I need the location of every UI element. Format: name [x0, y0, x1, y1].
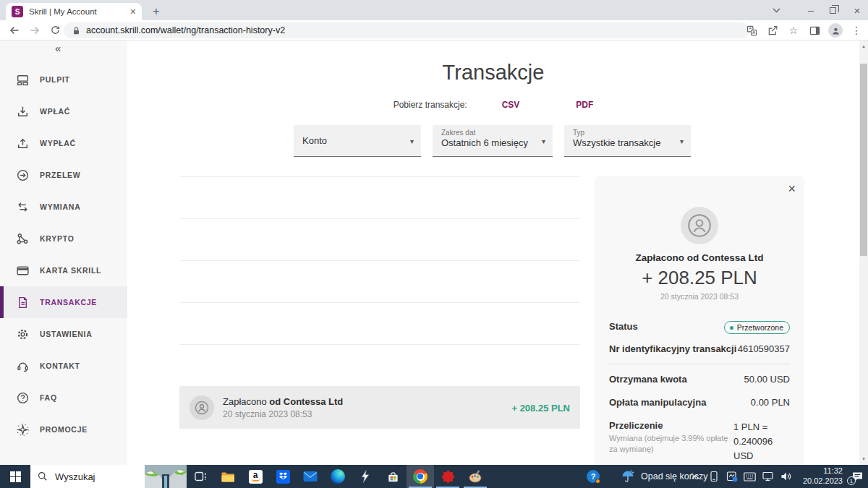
skrill-favicon: S [12, 6, 23, 17]
url-text: account.skrill.com/wallet/ng/transaction… [86, 25, 285, 35]
help-button[interactable]: ? [579, 465, 607, 488]
date-range-filter-value: Ostatnich 6 miesięcy [441, 137, 532, 148]
sidebar-item-label: KARTA SKRILL [40, 266, 101, 275]
fee-value: 0.00 PLN [751, 397, 790, 408]
download-pdf-link[interactable]: PDF [576, 100, 593, 110]
red-app-button[interactable] [434, 465, 461, 488]
transaction-row-placeholder [179, 345, 580, 387]
window-restore-button[interactable] [822, 0, 843, 20]
sidebar-item-faq[interactable]: FAQ [0, 382, 127, 414]
store-button[interactable] [379, 465, 407, 488]
download-csv-link[interactable]: CSV [502, 100, 520, 110]
sidebar-item-ustawienia[interactable]: USTAWIENIA [0, 318, 127, 350]
lock-icon [72, 26, 80, 35]
crypto-network-icon [16, 232, 30, 246]
sidebar-item-promocje[interactable]: PROMOCJE [0, 414, 127, 445]
refresh-icon[interactable] [45, 22, 65, 39]
paint-button[interactable] [461, 465, 489, 488]
sidebar-item-pulpit[interactable]: PULPIT [0, 64, 127, 95]
chrome-button[interactable] [407, 465, 434, 488]
page-title: Transakcje [127, 61, 859, 85]
dashboard-icon [16, 73, 30, 87]
browser-tab[interactable]: S Skrill | My Account × [6, 3, 142, 20]
lightning-icon [361, 470, 370, 483]
volume-tray-icon[interactable] [780, 471, 792, 483]
sidebar-item-label: PRZELEW [40, 171, 80, 179]
task-view-button[interactable] [187, 465, 214, 488]
paint-palette-icon [468, 469, 482, 484]
amazon-icon: a [249, 470, 263, 484]
store-icon [386, 471, 400, 483]
profile-avatar[interactable] [828, 23, 843, 38]
card-icon [16, 264, 30, 278]
transaction-row-placeholder [179, 303, 580, 345]
lightning-app-button[interactable] [352, 465, 379, 488]
transactions-document-icon [16, 296, 30, 309]
dropbox-button[interactable] [269, 465, 297, 488]
taskbar-clock[interactable]: 11:32 20.02.2023 [798, 466, 843, 487]
side-panel-icon[interactable] [807, 23, 822, 38]
red-sun-icon [443, 472, 453, 481]
landscape-widget-image[interactable] [145, 465, 187, 488]
sidebar-item-wplac[interactable]: WPŁAĆ [0, 95, 127, 127]
your-phone-tray-icon[interactable] [707, 471, 720, 483]
tab-close-icon[interactable]: × [130, 6, 136, 17]
sidebar-item-karta-skrill[interactable]: KARTA SKRILL [0, 254, 127, 286]
window-minimize-button[interactable]: – [800, 0, 822, 20]
account-filter-dropdown[interactable]: Konto ▾ [294, 125, 421, 157]
sidebar-item-label: WYPŁAĆ [40, 139, 76, 147]
page-scrollbar[interactable]: ▲ ▼ [859, 40, 868, 465]
edge-activity-tray-icon[interactable] [726, 471, 738, 483]
sidebar-item-label: USTAWIENIA [40, 330, 93, 338]
scroll-up-icon[interactable]: ▲ [859, 42, 868, 51]
task-view-icon [195, 471, 207, 482]
file-explorer-button[interactable] [214, 465, 242, 488]
url-bar[interactable]: account.skrill.com/wallet/ng/transaction… [64, 22, 749, 38]
touch-keyboard-tray-icon[interactable] [744, 471, 756, 483]
start-button[interactable] [0, 465, 30, 488]
type-filter-value: Wszystkie transakcje [573, 137, 671, 148]
bookmark-star-icon[interactable]: ☆ [786, 23, 801, 38]
chrome-icon [413, 469, 427, 484]
translate-icon[interactable] [744, 23, 759, 38]
scroll-down-icon[interactable]: ▼ [859, 455, 868, 463]
taskbar-search-input[interactable]: Wyszukaj [30, 465, 145, 488]
sidebar-collapse-icon[interactable]: « [55, 42, 59, 54]
type-filter-dropdown[interactable]: Typ Wszystkie transakcje ▾ [564, 125, 691, 157]
amazon-button[interactable]: a [242, 465, 269, 488]
transaction-date: 20 stycznia 2023 08:53 [223, 409, 511, 419]
transaction-row-placeholder [179, 261, 580, 303]
sidebar-item-kontakt[interactable]: KONTAKT [0, 350, 127, 382]
sidebar-item-krypto[interactable]: KRYPTO [0, 223, 127, 254]
edge-button[interactable] [324, 465, 352, 488]
date-range-filter-dropdown[interactable]: Zakres dat Ostatnich 6 miesięcy ▾ [433, 125, 553, 157]
window-menu-chevron-icon[interactable] [765, 0, 787, 20]
chevron-down-icon: ▾ [680, 137, 684, 145]
network-tray-icon[interactable] [762, 471, 774, 483]
share-icon[interactable] [765, 23, 780, 38]
action-center-button[interactable]: 1 [848, 469, 866, 484]
forward-icon[interactable] [25, 22, 45, 39]
browser-menu-icon[interactable]: ⋮ [849, 23, 864, 38]
chevron-down-icon: ▾ [410, 137, 414, 145]
transaction-row-selected[interactable]: Zapłacono od Contessa Ltd 20 stycznia 20… [179, 387, 580, 429]
scrollbar-thumb[interactable] [860, 64, 867, 256]
close-icon[interactable]: × [788, 181, 796, 197]
question-circle-icon [16, 391, 30, 405]
new-tab-button[interactable]: + [148, 3, 165, 20]
sidebar-item-wymiana[interactable]: WYMIANA [0, 191, 127, 223]
sidebar-item-transakcje[interactable]: TRANSAKCJE [0, 286, 127, 318]
sidebar-item-przelew[interactable]: PRZELEW [0, 159, 127, 191]
edge-icon [331, 469, 345, 484]
sparkle-star-icon [16, 423, 30, 437]
status-dot-icon [730, 326, 733, 330]
tray-chevron-up-icon[interactable] [689, 471, 702, 483]
notification-count-badge: 1 [847, 476, 856, 485]
received-amount-label: Otrzymana kwota [609, 374, 687, 385]
sidebar-item-wyplac[interactable]: WYPŁAĆ [0, 127, 127, 159]
detail-title: Zapłacono od Contessa Ltd [595, 252, 804, 263]
date-range-filter-label: Zakres dat [441, 129, 532, 137]
mail-button[interactable] [297, 465, 324, 488]
back-icon[interactable] [4, 22, 25, 39]
window-close-button[interactable]: × [846, 0, 868, 20]
